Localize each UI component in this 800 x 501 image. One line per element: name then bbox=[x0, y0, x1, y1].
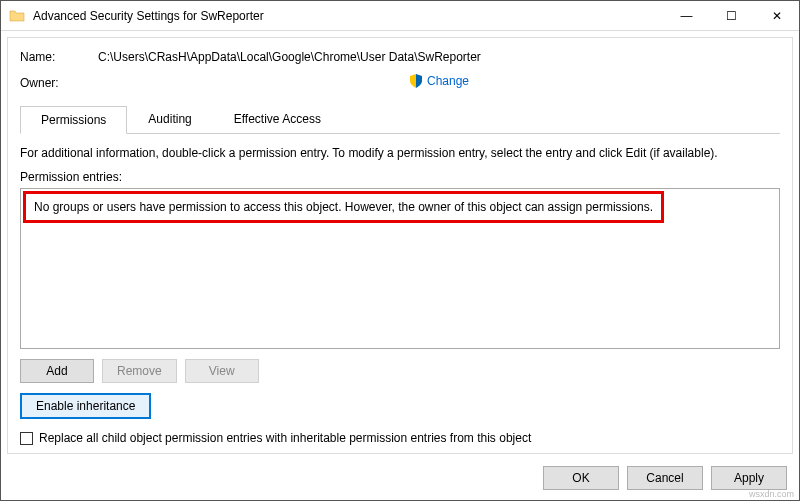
maximize-button[interactable]: ☐ bbox=[709, 1, 754, 30]
replace-children-checkbox[interactable] bbox=[20, 432, 33, 445]
tabs: Permissions Auditing Effective Access bbox=[20, 105, 780, 134]
replace-children-row: Replace all child object permission entr… bbox=[20, 431, 780, 445]
tab-effective-access[interactable]: Effective Access bbox=[213, 105, 342, 133]
owner-value: Change bbox=[98, 74, 780, 91]
ok-button[interactable]: OK bbox=[543, 466, 619, 490]
window-title: Advanced Security Settings for SwReporte… bbox=[33, 9, 664, 23]
shield-icon bbox=[409, 74, 423, 88]
permission-entries-list[interactable]: No groups or users have permission to ac… bbox=[20, 188, 780, 349]
name-value: C:\Users\CRasH\AppData\Local\Google\Chro… bbox=[98, 50, 780, 64]
watermark: wsxdn.com bbox=[749, 489, 794, 499]
info-text: For additional information, double-click… bbox=[20, 146, 780, 160]
change-owner-label: Change bbox=[427, 74, 469, 88]
tab-permissions[interactable]: Permissions bbox=[20, 106, 127, 134]
titlebar: Advanced Security Settings for SwReporte… bbox=[1, 1, 799, 31]
security-settings-window: Advanced Security Settings for SwReporte… bbox=[0, 0, 800, 501]
replace-children-label: Replace all child object permission entr… bbox=[39, 431, 531, 445]
tab-content: For additional information, double-click… bbox=[20, 134, 780, 445]
folder-icon bbox=[9, 8, 25, 24]
add-button[interactable]: Add bbox=[20, 359, 94, 383]
name-label: Name: bbox=[20, 50, 98, 64]
apply-button[interactable]: Apply bbox=[711, 466, 787, 490]
dialog-footer: OK Cancel Apply bbox=[1, 460, 799, 500]
enable-inheritance-button[interactable]: Enable inheritance bbox=[20, 393, 151, 419]
name-row: Name: C:\Users\CRasH\AppData\Local\Googl… bbox=[20, 50, 780, 64]
entries-label: Permission entries: bbox=[20, 170, 780, 184]
owner-label: Owner: bbox=[20, 76, 98, 90]
change-owner-link[interactable]: Change bbox=[409, 74, 469, 88]
content-area: Name: C:\Users\CRasH\AppData\Local\Googl… bbox=[7, 37, 793, 454]
minimize-button[interactable]: — bbox=[664, 1, 709, 30]
cancel-button[interactable]: Cancel bbox=[627, 466, 703, 490]
owner-row: Owner: Change bbox=[20, 74, 780, 91]
remove-button: Remove bbox=[102, 359, 177, 383]
inheritance-row: Enable inheritance bbox=[20, 393, 780, 419]
empty-permissions-message: No groups or users have permission to ac… bbox=[23, 191, 664, 223]
close-button[interactable]: ✕ bbox=[754, 1, 799, 30]
view-button: View bbox=[185, 359, 259, 383]
window-controls: — ☐ ✕ bbox=[664, 1, 799, 30]
tab-auditing[interactable]: Auditing bbox=[127, 105, 212, 133]
entry-buttons-row: Add Remove View bbox=[20, 359, 780, 383]
